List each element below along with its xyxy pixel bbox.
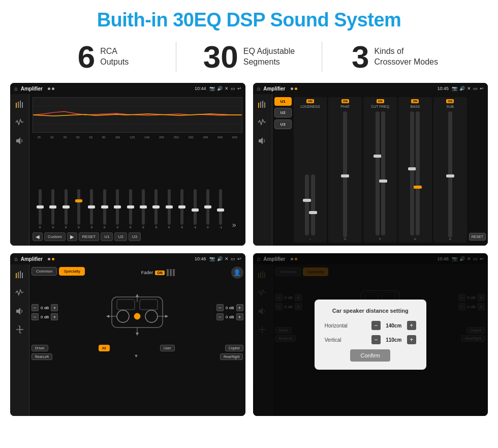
slider-6[interactable]: 0 [116,189,119,229]
svg-rect-11 [264,102,265,108]
preset-u3[interactable]: U3 [274,120,292,129]
waveform-icon[interactable] [14,116,26,129]
eq-status-bar: ⌂ Amplifier 10:44 📷 🔊 ✕ ▭ ↩ [10,83,245,94]
slider-9[interactable]: 0 [154,189,158,229]
equalizer-icon[interactable] [14,98,26,110]
back-icon-2[interactable]: ↩ [480,86,484,91]
eq-prev-btn[interactable]: ◀ [33,232,43,241]
status-icons: 📷 🔊 ✕ ▭ ↩ [209,86,241,91]
label-rearright[interactable]: RearRight [220,353,243,360]
ch-bass: ON BASS G [398,97,432,243]
phat-slider[interactable] [343,111,347,237]
eq-icon-3[interactable] [14,268,26,281]
eq-u3-btn[interactable]: U3 [129,232,141,241]
plus-btn-bl[interactable]: + [51,313,58,320]
confirm-button[interactable]: Confirm [350,349,390,362]
bass-on[interactable]: ON [411,99,419,103]
eq-u1-btn[interactable]: U1 [101,232,113,241]
vertical-minus-btn[interactable]: − [371,335,381,344]
amp2-reset-btn[interactable]: RESET [469,233,486,241]
speaker-icon[interactable] [14,135,26,147]
plus-btn-tl[interactable]: + [51,304,58,311]
back-icon-3[interactable]: ↩ [237,256,241,261]
slider-10[interactable]: 0 [168,189,171,229]
slider-8[interactable]: 0 [142,189,145,229]
horizontal-plus-btn[interactable]: + [407,321,416,330]
slider-5[interactable]: 0 [103,189,106,229]
slider-13[interactable]: 0 [206,189,209,229]
close-icon-3[interactable]: ✕ [225,256,229,261]
minus-btn-tr[interactable]: − [216,304,224,311]
minus-btn-tl[interactable]: − [32,304,39,311]
plus-btn-tr[interactable]: + [236,304,243,311]
eq-reset-btn[interactable]: RESET [79,232,100,241]
speaker-icon-3[interactable] [14,305,26,317]
fader-on-badge[interactable]: ON [155,271,165,275]
slider-12[interactable]: -1 [194,189,197,229]
crossover-screen: ⌂ Amplifier 10:46 📷 🔊 ✕ ▭ ↩ [10,253,245,416]
preset-u1[interactable]: U1 [274,97,292,106]
close-icon-2[interactable]: ✕ [467,86,471,91]
horizontal-control: − 140cm + [371,321,416,330]
ch-sub: ON SUB G [433,97,467,243]
svg-marker-26 [106,315,109,318]
tab-specialty[interactable]: Specialty [59,267,84,276]
minus-btn-bl[interactable]: − [32,313,39,320]
slider-7[interactable]: 0 [129,189,132,229]
cutfreq-slider2[interactable] [381,111,385,235]
plus-btn-br[interactable]: + [236,313,243,320]
cutfreq-slider1[interactable] [376,111,380,235]
home-icon-2[interactable]: ⌂ [257,85,261,92]
person-icon[interactable]: 👤 [231,266,243,279]
sub-on[interactable]: ON [446,99,454,103]
eq-icon-2[interactable] [256,98,268,110]
ch-control-tr: − 0 dB + [216,304,243,311]
slider-14[interactable]: -1 [219,189,222,229]
window-icon-2[interactable]: ▭ [473,86,478,91]
speaker-icon-2[interactable] [256,135,268,147]
window-icon[interactable]: ▭ [231,86,235,91]
ch-phat: ON PHAT G [328,97,362,243]
slider-11[interactable]: 0 [180,189,183,229]
cutfreq-on[interactable]: ON [377,99,384,103]
window-icon-3[interactable]: ▭ [231,256,235,261]
arrows-icon-3[interactable] [14,323,26,336]
horizontal-minus-btn[interactable]: − [371,321,381,330]
slider-2[interactable]: 0 [65,189,68,229]
loudness-slider2[interactable] [311,174,315,235]
bass-slider1[interactable] [410,111,414,235]
stat-crossover-label: Kinds ofCrossover Modes [375,46,438,68]
bass-slider2[interactable] [416,111,420,235]
waveform-icon-3[interactable] [14,287,26,299]
loudness-on[interactable]: ON [306,99,314,103]
preset-u2[interactable]: U2 [274,108,292,117]
expand-btn[interactable]: » [232,221,236,229]
eq-u2-btn[interactable]: U2 [114,232,127,241]
label-user[interactable]: User [160,345,175,351]
slider-0[interactable]: 0 [39,189,42,229]
label-copilot[interactable]: Copilot [225,345,243,351]
home-icon-3[interactable]: ⌂ [14,256,18,262]
sub-slider[interactable] [448,111,452,237]
label-all[interactable]: All [99,345,110,351]
slider-3[interactable]: 5 [77,189,80,229]
close-icon[interactable]: ✕ [225,86,229,91]
eq-next-btn[interactable]: ▶ [67,232,77,241]
label-driver[interactable]: Driver [32,345,48,351]
slider-1[interactable]: 0 [51,189,54,229]
home-icon[interactable]: ⌂ [14,85,18,92]
fader-label: Fader [141,270,153,275]
eq-custom-btn[interactable]: Custom [44,232,66,241]
tab-common[interactable]: Common [32,267,57,276]
svg-point-23 [134,313,140,319]
loudness-slider[interactable] [305,174,309,235]
vertical-plus-btn[interactable]: + [407,335,416,344]
slider-4[interactable]: 0 [90,189,93,229]
eq-sliders: 0 0 0 5 0 0 0 0 0 0 0 0 -1 0 -1 » [33,140,242,231]
back-icon[interactable]: ↩ [237,86,241,91]
svg-rect-8 [258,103,259,108]
minus-btn-br[interactable]: − [216,313,224,320]
label-rearleft[interactable]: RearLeft [32,353,52,360]
waveform-icon-2[interactable] [256,116,268,129]
phat-on[interactable]: ON [341,99,349,103]
